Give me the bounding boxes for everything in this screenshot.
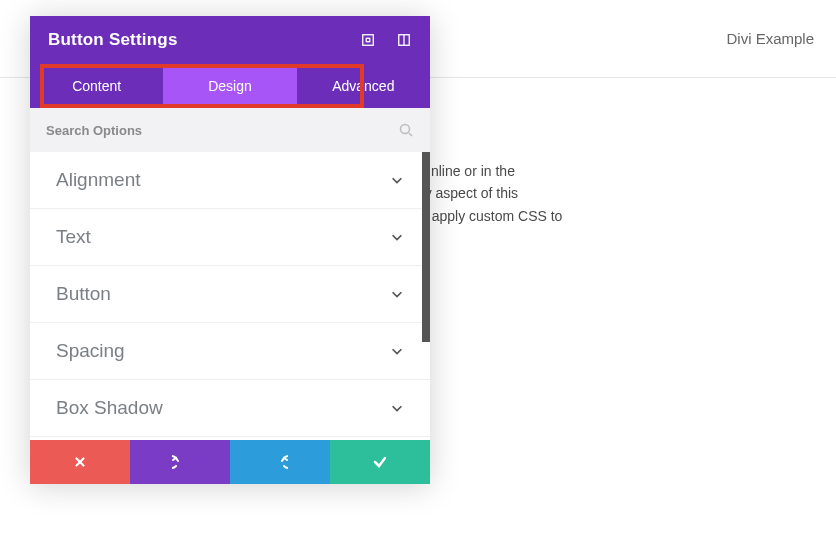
chevron-down-icon bbox=[390, 230, 404, 244]
svg-line-5 bbox=[409, 133, 412, 136]
cancel-button[interactable] bbox=[30, 440, 130, 484]
header-icon-group bbox=[360, 32, 412, 48]
section-button[interactable]: Button bbox=[30, 266, 430, 323]
section-alignment[interactable]: Alignment bbox=[30, 152, 430, 209]
undo-icon bbox=[172, 454, 188, 470]
section-label: Text bbox=[56, 226, 91, 248]
svg-rect-1 bbox=[366, 38, 370, 42]
bg-line: ry aspect of this bbox=[420, 182, 770, 204]
check-icon bbox=[372, 454, 388, 470]
bg-line: o apply custom CSS to bbox=[420, 205, 770, 227]
section-label: Button bbox=[56, 283, 111, 305]
background-paragraph: t inline or in the ry aspect of this o a… bbox=[420, 160, 770, 227]
section-label: Spacing bbox=[56, 340, 125, 362]
chevron-down-icon bbox=[390, 173, 404, 187]
tab-bar: Content Design Advanced bbox=[30, 64, 430, 108]
settings-panel: Button Settings Content Design Advanced bbox=[30, 16, 430, 484]
scrollbar-thumb[interactable] bbox=[422, 152, 430, 342]
chevron-down-icon bbox=[390, 287, 404, 301]
tab-content[interactable]: Content bbox=[30, 64, 163, 108]
chevron-down-icon bbox=[390, 401, 404, 415]
sections-container: Alignment Text Button Spacing Box Shadow bbox=[30, 152, 430, 440]
tab-design[interactable]: Design bbox=[163, 64, 296, 108]
search-icon[interactable] bbox=[398, 122, 414, 138]
redo-icon bbox=[272, 454, 288, 470]
svg-rect-0 bbox=[363, 35, 374, 46]
search-input[interactable] bbox=[46, 123, 398, 138]
panel-header: Button Settings bbox=[30, 16, 430, 64]
section-spacing[interactable]: Spacing bbox=[30, 323, 430, 380]
svg-point-4 bbox=[401, 125, 410, 134]
panel-footer bbox=[30, 440, 430, 484]
brand-text: Divi Example bbox=[726, 30, 814, 47]
close-icon bbox=[73, 455, 87, 469]
bg-line: t inline or in the bbox=[420, 160, 770, 182]
tab-advanced[interactable]: Advanced bbox=[297, 64, 430, 108]
undo-button[interactable] bbox=[130, 440, 230, 484]
section-box-shadow[interactable]: Box Shadow bbox=[30, 380, 430, 437]
section-text[interactable]: Text bbox=[30, 209, 430, 266]
chevron-down-icon bbox=[390, 344, 404, 358]
search-row bbox=[30, 108, 430, 152]
section-label: Box Shadow bbox=[56, 397, 163, 419]
section-label: Alignment bbox=[56, 169, 141, 191]
expand-icon[interactable] bbox=[360, 32, 376, 48]
snap-icon[interactable] bbox=[396, 32, 412, 48]
redo-button[interactable] bbox=[230, 440, 330, 484]
save-button[interactable] bbox=[330, 440, 430, 484]
panel-title: Button Settings bbox=[48, 30, 178, 50]
